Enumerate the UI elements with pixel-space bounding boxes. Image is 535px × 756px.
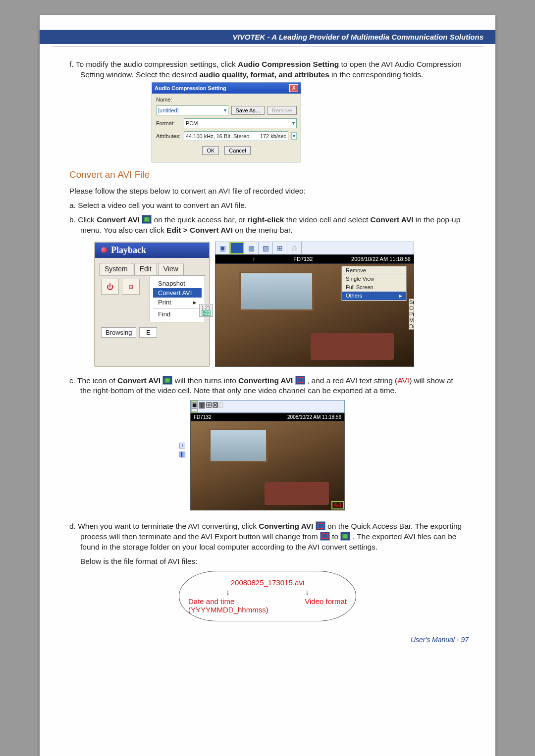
header-banner: VIVOTEK - A Leading Provider of Multimed…	[40, 30, 495, 44]
step-b: b. Click Convert AVI on the quick access…	[80, 215, 466, 236]
tab-e[interactable]: E	[139, 327, 157, 338]
step-d: d. When you want to terminate the AVI co…	[80, 521, 466, 553]
sub-deinterlace[interactable]: DeInterlace	[409, 323, 414, 329]
convert-avi-qab-icon[interactable]: ◉	[230, 242, 244, 254]
convert-avi-icon	[142, 215, 152, 224]
tab-edit[interactable]: Edit	[134, 263, 157, 275]
dialog-title: Audio Compression Setting	[155, 85, 226, 91]
chevron-down-icon[interactable]: ▾	[224, 107, 226, 113]
step-a: a. Select a video cell you want to conve…	[69, 201, 466, 211]
menu-print[interactable]: Print▸	[153, 298, 202, 307]
sub-print[interactable]: Print	[409, 311, 414, 317]
remove-button: Remove	[268, 106, 297, 115]
steps-lead: Please follow the steps below to convert…	[69, 186, 466, 197]
name-input[interactable]: [untitled] ▾	[156, 105, 228, 115]
header-title: VIVOTEK - A Leading Provider of Multimed…	[233, 33, 483, 41]
arrow-down-icon: ↓	[305, 588, 309, 596]
format-label: Format:	[156, 120, 181, 126]
menu-snapshot[interactable]: Snapshot	[153, 279, 202, 288]
playback-dot-icon	[101, 247, 107, 253]
video-format-label: Video format	[305, 597, 347, 614]
qab-icon[interactable]: ▣	[215, 242, 230, 254]
quick-access-bar: ▣ ◉ ▦ ▧ ⊞ ⎙	[215, 242, 414, 254]
chevron-down-icon[interactable]: ▾	[291, 132, 297, 140]
converting-avi-icon	[295, 376, 305, 385]
cancel-button[interactable]: Cancel	[224, 146, 250, 155]
time-column: )-21 )-22	[199, 304, 213, 317]
sub-mute[interactable]: Mute	[409, 317, 414, 323]
convert-avi-icon	[340, 532, 350, 541]
converting-avi-icon	[320, 532, 330, 541]
filename-format-box: 20080825_173015.avi ↓↓ Date and time (YY…	[179, 571, 356, 621]
document-page: VIVOTEK - A Leading Provider of Multimed…	[40, 15, 495, 756]
close-icon[interactable]: X	[289, 84, 298, 92]
camera-name: FD7132	[194, 414, 212, 420]
tab-browsing[interactable]: Browsing	[101, 327, 136, 338]
video-frame-image	[191, 421, 344, 510]
divider	[52, 46, 483, 47]
convert-avi-icon	[162, 376, 172, 385]
qab-icon[interactable]: ▦	[244, 242, 259, 254]
menu-find[interactable]: Find	[153, 308, 202, 319]
attributes-select[interactable]: 44.100 kHz, 16 Bit, Stereo 172 kb/sec	[184, 131, 288, 141]
below-line: Below is the file format of AVI files:	[80, 556, 466, 567]
format-select[interactable]: PCM ▾	[184, 118, 297, 128]
timeline-marks: t▌	[179, 440, 185, 460]
section-heading: Convert an AVI File	[69, 169, 466, 180]
tab-view[interactable]: View	[158, 263, 184, 275]
qab-icon-disabled: ⎙	[218, 401, 223, 412]
context-submenu: Snapshot Convert AVI Print Mute DeInterl…	[409, 299, 414, 330]
filename-example: 20080825_173015.avi	[188, 578, 347, 587]
chevron-down-icon[interactable]: ▾	[292, 120, 295, 126]
qab-icon[interactable]: ⊞	[206, 401, 212, 412]
dialog-titlebar: Audio Compression Setting X	[152, 83, 301, 94]
page-footer: User's Manual - 97	[40, 635, 495, 644]
qab-icon-disabled: ⎙	[287, 242, 302, 254]
playback-titlebar: Playback	[95, 243, 209, 258]
ctx-others[interactable]: Others▸	[342, 292, 406, 301]
arrow-down-icon: ↓	[226, 588, 230, 596]
converting-avi-qab-icon[interactable]: ▣	[191, 401, 198, 412]
date-format-label: (YYYYMMDD_hhmmss)	[188, 605, 268, 614]
quick-access-bar-2: ▣ ▦ ⊞ ⊠ ⎙	[190, 400, 345, 413]
video-header: r FD7132 2008/10/22 AM 11:18:56	[215, 255, 414, 263]
avi-badge: AVI	[333, 503, 342, 508]
qab-icon[interactable]: ▧	[259, 242, 273, 254]
paragraph-f: f. To modify the audio compression setti…	[80, 59, 466, 80]
qab-icon[interactable]: ⊞	[273, 242, 287, 254]
close-panel-icon[interactable]: ⧈	[122, 279, 140, 295]
ctx-single-view[interactable]: Single View	[342, 275, 406, 283]
attributes-label: Attributes:	[156, 133, 181, 139]
name-label: Name:	[156, 97, 181, 102]
date-time-label: Date and time	[188, 597, 268, 605]
footer-text: User's Manual - 97	[411, 636, 469, 644]
sub-convert-avi[interactable]: Convert AVI	[409, 305, 414, 311]
playback-panel: Playback System Edit View ⏻ ⧈ Snaps	[94, 242, 210, 367]
save-as-button[interactable]: Save As...	[231, 106, 265, 115]
step-c: c. The icon of Convert AVI will then tur…	[80, 376, 466, 397]
ctx-remove[interactable]: Remove	[342, 266, 406, 275]
camera-name: FD7132	[293, 256, 313, 262]
sub-snapshot[interactable]: Snapshot	[409, 299, 414, 305]
qab-icon[interactable]: ⊠	[212, 401, 218, 412]
converting-avi-icon	[316, 521, 325, 530]
ok-button[interactable]: OK	[202, 146, 219, 155]
menu-convert-avi[interactable]: Convert AVI	[153, 288, 202, 298]
video-cell-2[interactable]: FD7132 2008/10/22 AM 11:18:56 AVI	[190, 413, 345, 510]
video-cell[interactable]: r FD7132 2008/10/22 AM 11:18:56 Remove S…	[215, 254, 414, 367]
audio-compression-dialog: Audio Compression Setting X Name: [untit…	[152, 82, 301, 162]
power-icon[interactable]: ⏻	[101, 279, 119, 295]
video-header-2: FD7132 2008/10/22 AM 11:18:56	[191, 413, 344, 421]
ctx-full-screen[interactable]: Full Screen	[342, 283, 406, 292]
timestamp: 2008/10/22 AM 11:18:56	[287, 414, 341, 420]
tab-system[interactable]: System	[99, 263, 133, 275]
edit-menu: Snapshot Convert AVI Print▸ Find	[150, 275, 205, 322]
timestamp: 2008/10/22 AM 11:18:56	[351, 256, 411, 262]
qab-icon[interactable]: ▦	[198, 401, 206, 412]
context-menu: Remove Single View Full Screen Others▸	[341, 266, 407, 301]
